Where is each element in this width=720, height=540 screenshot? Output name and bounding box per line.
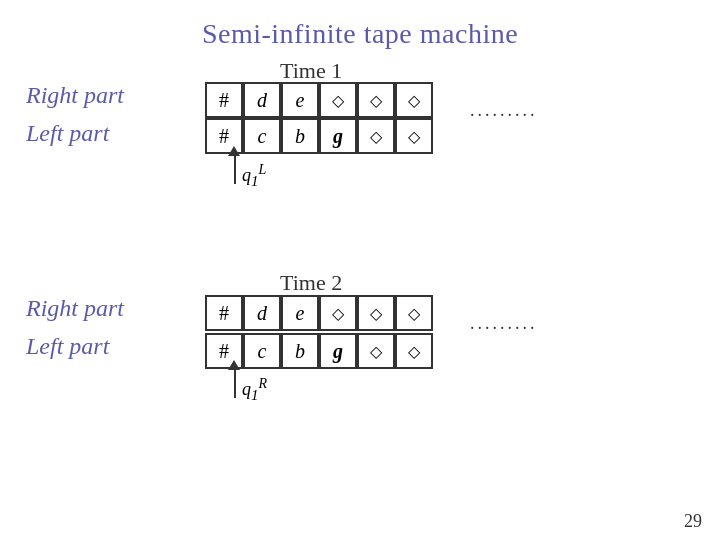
time1-dots: ......... (470, 100, 538, 121)
time2-right-label: Right part (26, 295, 124, 322)
tape-cell: g (319, 333, 357, 369)
tape-cell: d (243, 295, 281, 331)
tape-cell: ◇ (357, 118, 395, 154)
time1-right-label: Right part (26, 82, 124, 109)
page-title: Semi-infinite tape machine (0, 0, 720, 50)
tape-cell: c (243, 118, 281, 154)
time2-state-label: q1R (242, 376, 267, 404)
tape-cell: ◇ (319, 82, 357, 118)
time2-right-tape: # d e ◇ ◇ ◇ (205, 295, 433, 331)
tape-cell: ◇ (395, 333, 433, 369)
tape-cell: b (281, 118, 319, 154)
time1-state-label: q1L (242, 162, 266, 190)
tape-cell: ◇ (357, 82, 395, 118)
time2-label: Time 2 (280, 270, 342, 296)
tape-cell: ◇ (395, 82, 433, 118)
tape-cell: e (281, 295, 319, 331)
tape-cell: # (205, 295, 243, 331)
tape-cell: b (281, 333, 319, 369)
tape-cell: ◇ (319, 295, 357, 331)
time2-left-label: Left part (26, 333, 109, 360)
tape-cell: g (319, 118, 357, 154)
tape-cell: c (243, 333, 281, 369)
time1-label: Time 1 (280, 58, 342, 84)
time1-right-tape: # d e ◇ ◇ ◇ (205, 82, 433, 118)
tape-cell: e (281, 82, 319, 118)
tape-cell: # (205, 82, 243, 118)
tape-cell: ◇ (357, 295, 395, 331)
tape-cell: d (243, 82, 281, 118)
tape-cell: ◇ (357, 333, 395, 369)
tape-cell: ◇ (395, 295, 433, 331)
tape-cell: ◇ (395, 118, 433, 154)
time1-left-label: Left part (26, 120, 109, 147)
time2-dots: ......... (470, 313, 538, 334)
page-number: 29 (684, 511, 702, 532)
